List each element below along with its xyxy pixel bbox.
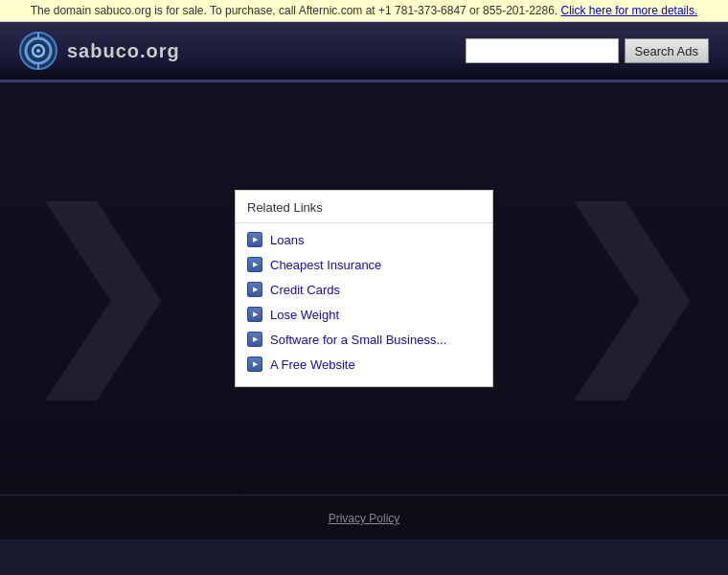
- related-links-box: Related Links LoansCheapest InsuranceCre…: [235, 190, 493, 387]
- link-arrow-icon: [247, 332, 262, 347]
- related-link-item[interactable]: Credit Cards: [236, 277, 492, 302]
- link-label: Loans: [270, 233, 304, 247]
- footer: Privacy Policy: [0, 494, 728, 540]
- links-container: LoansCheapest InsuranceCredit CardsLose …: [236, 227, 492, 377]
- site-logo-icon: [19, 32, 57, 70]
- logo-area: sabuco.org: [19, 32, 180, 70]
- link-arrow-icon: [247, 307, 262, 322]
- chevron-right-icon: ❯: [548, 193, 709, 384]
- search-area: Search Ads: [466, 38, 710, 63]
- header: sabuco.org Search Ads: [0, 22, 728, 82]
- top-banner: The domain sabuco.org is for sale. To pu…: [0, 0, 728, 22]
- search-input[interactable]: [466, 38, 619, 63]
- link-arrow-icon: [247, 282, 262, 297]
- banner-link[interactable]: Click here for more details.: [561, 4, 698, 17]
- link-label: Cheapest Insurance: [270, 258, 381, 272]
- privacy-policy-link[interactable]: Privacy Policy: [329, 512, 400, 525]
- site-title: sabuco.org: [67, 40, 180, 62]
- related-link-item[interactable]: Loans: [236, 227, 492, 252]
- related-link-item[interactable]: A Free Website: [236, 352, 492, 377]
- related-links-title: Related Links: [236, 200, 492, 223]
- related-link-item[interactable]: Lose Weight: [236, 302, 492, 327]
- link-arrow-icon: [247, 232, 262, 247]
- link-label: Credit Cards: [270, 283, 340, 297]
- link-arrow-icon: [247, 257, 262, 272]
- banner-text: The domain sabuco.org is for sale. To pu…: [31, 4, 557, 17]
- chevron-left-icon: ❯: [19, 193, 180, 384]
- main-background: ❯ ❯ Related Links LoansCheapest Insuranc…: [0, 82, 728, 494]
- link-arrow-icon: [247, 356, 262, 372]
- link-label: A Free Website: [270, 357, 355, 372]
- link-label: Software for a Small Business...: [270, 333, 446, 347]
- related-link-item[interactable]: Cheapest Insurance: [236, 252, 492, 277]
- search-button[interactable]: Search Ads: [625, 38, 710, 63]
- svg-point-3: [36, 49, 40, 53]
- link-label: Lose Weight: [270, 308, 339, 322]
- related-link-item[interactable]: Software for a Small Business...: [236, 327, 492, 352]
